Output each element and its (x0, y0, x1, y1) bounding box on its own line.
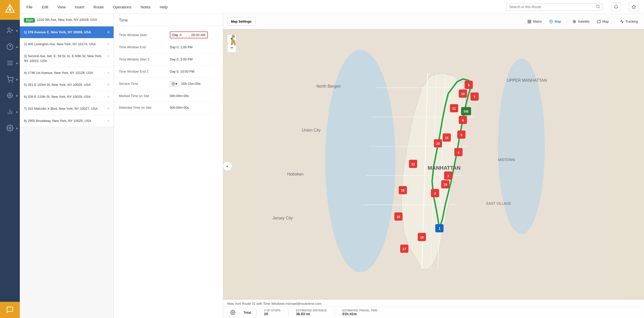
route-stop-3[interactable]: 3) Second Ave. bet. E. 59 St. to, E 60th… (20, 50, 114, 67)
chat-button[interactable] (0, 302, 20, 318)
map-person-icon (228, 34, 238, 49)
time-window-end-row: Time Window End Day 0, 1:00 PM (114, 41, 223, 53)
route-stop-4[interactable]: 4) 1746 1st Avenue, New York, NY 10128, … (20, 67, 114, 79)
map-info-bar: New York Route 01 with Time Windows mich… (223, 299, 644, 318)
matrix-view-button[interactable]: Matrix (525, 19, 544, 25)
menu-help[interactable]: Help (158, 4, 169, 10)
svg-text:UPPER MANHATTAN: UPPER MANHATTAN (507, 78, 547, 83)
sidebar-item-route[interactable]: ▶ (0, 55, 20, 71)
svg-point-20 (596, 5, 599, 8)
matrix-label: Matrix (533, 20, 542, 23)
svg-text:9: 9 (468, 84, 470, 87)
svg-text:MANHATTAN: MANHATTAN (428, 165, 461, 171)
main-area: File Edit View Insert Route Operations N… (20, 0, 644, 318)
svg-point-33 (325, 50, 396, 272)
time-panel-title: Time (119, 18, 128, 22)
svg-text:EAST VILLAGE: EAST VILLAGE (486, 201, 511, 205)
content-area: Start 1220 5th Ave, New York, NY 10029, … (20, 14, 644, 318)
map-label: Map (555, 20, 561, 23)
menu-insert[interactable]: Insert (73, 4, 86, 10)
map-area: « Map Settings Matrix (223, 14, 644, 318)
menu-edit[interactable]: Edit (40, 4, 50, 10)
svg-text:16: 16 (397, 215, 400, 219)
time-window-start-input[interactable]: Day , 08:00 AM (170, 31, 208, 38)
stop-remove-5[interactable]: × (107, 83, 110, 87)
stop-remove-6[interactable]: × (107, 94, 110, 99)
search-icon[interactable] (596, 5, 600, 9)
marked-time-row: Marked Time on Site 00h:00m:00s (114, 90, 223, 102)
svg-point-28 (550, 21, 551, 22)
chevron-right-icon-4: ▶ (16, 78, 18, 81)
service-time-gear[interactable]: ▾ (170, 81, 179, 87)
menu-file[interactable]: File (25, 4, 34, 10)
menu-view[interactable]: View (56, 4, 67, 10)
sidebar-item-tracking[interactable]: ▶ (0, 87, 20, 104)
time-panel: Time Time Window Start Day , 08:00 AM (114, 14, 223, 318)
map-stats-row: Total # of Stops 20 Estimated Distance 3… (227, 307, 640, 318)
day-input[interactable] (180, 33, 187, 37)
svg-point-3 (8, 28, 10, 30)
route-stop-5[interactable]: 5) 351 E 103rd St, New York, NY 10029, U… (20, 79, 114, 91)
map-stats-gear-button[interactable] (227, 307, 238, 318)
sidebar-item-help[interactable]: ▶ (0, 39, 20, 55)
route-stop-1[interactable]: 1) 276 Avenue C, New York, NY 10009, USA… (20, 26, 114, 38)
time-value: 08:00 AM (191, 33, 205, 37)
stop-address-2: 2) 405 Lexington Ave, New York, NY 10174… (24, 42, 105, 46)
stop-address-8: 8) 2955 Broadway, New York, NY 10025, US… (24, 119, 105, 123)
svg-point-1 (9, 8, 11, 11)
tracking-button[interactable]: Tracking (618, 19, 640, 25)
menu-route[interactable]: Route (92, 4, 105, 10)
map-lines-view-button[interactable]: Map (595, 19, 611, 25)
menu-operations[interactable]: Operations (111, 4, 133, 10)
travel-time-stat-group: Estimated Travel Time 01h:41m (335, 307, 385, 318)
stop-remove-4[interactable]: × (107, 71, 110, 75)
favorites-button[interactable] (629, 2, 639, 11)
menu-bar: File Edit View Insert Route Operations N… (20, 0, 644, 14)
detected-time-value: 00h:00m:00s (170, 106, 218, 109)
svg-text:MIDTOWN: MIDTOWN (498, 158, 515, 162)
sidebar-item-cart[interactable]: ▶ (0, 71, 20, 87)
view-separator-2: | (614, 20, 615, 23)
satellite-view-button[interactable]: Satellite (570, 19, 592, 25)
stop-address-3: 3) Second Ave. bet. E. 59 St. to, E 60th… (24, 54, 105, 63)
map-collapse-button[interactable]: « (223, 162, 232, 171)
time-window-end-label: Time Window End (119, 45, 170, 49)
time-window-start2-row: Time Window Start 2 Day 0, 3:00 PM (114, 53, 223, 66)
stop-remove-8[interactable]: × (107, 119, 110, 123)
route-stop-2[interactable]: 2) 405 Lexington Ave, New York, NY 10174… (20, 38, 114, 50)
time-window-start-label: Time Window Start (119, 33, 170, 37)
sidebar-item-analytics[interactable]: ▶ (0, 104, 20, 120)
marked-time-label: Marked Time on Site (119, 94, 170, 98)
service-time-controls: ▾ 00h:15m:00s (170, 81, 201, 87)
svg-point-34 (498, 58, 545, 234)
map-route-title: New York Route 01 with Time Windows mich… (227, 300, 640, 307)
service-time-row: Service Time ▾ 00h:15m:00s (114, 78, 223, 90)
svg-text:Union City: Union City (302, 128, 321, 132)
marked-time-value: 00h:00m:00s (170, 94, 218, 98)
stop-address-6: 6) 326 E 110th St, New York, NY 10029, U… (24, 94, 105, 99)
route-stop-6[interactable]: 6) 326 E 110th St, New York, NY 10029, U… (20, 91, 114, 103)
route-stop-8[interactable]: 8) 2955 Broadway, New York, NY 10025, US… (20, 115, 114, 127)
chevron-right-icon-7: ▶ (16, 127, 18, 130)
menu-notes[interactable]: Notes (139, 4, 152, 10)
stop-remove-2[interactable]: × (107, 42, 110, 46)
svg-text:Jersey City: Jersey City (272, 216, 293, 220)
svg-rect-26 (528, 22, 529, 23)
stop-address-1: 1) 276 Avenue C, New York, NY 10009, USA (24, 30, 105, 35)
logo-icon (5, 4, 15, 16)
route-stop-7[interactable]: 7) 310 Malcolm X Blvd, New York, NY 1002… (20, 103, 114, 115)
travel-time-stat-value: 01h:41m (342, 312, 377, 316)
svg-text:15: 15 (401, 189, 405, 192)
search-input[interactable] (509, 5, 594, 9)
sidebar-item-settings[interactable]: ▶ (0, 120, 20, 136)
stop-remove-7[interactable]: × (107, 106, 110, 111)
app-logo[interactable] (0, 0, 20, 20)
notifications-button[interactable] (611, 2, 621, 11)
svg-text:S/E: S/E (464, 110, 469, 113)
map-settings-button[interactable]: Map Settings (227, 17, 255, 26)
sidebar-item-add-user[interactable]: ▶ (0, 22, 20, 39)
stop-remove-1[interactable]: × (107, 30, 110, 35)
gear-dropdown-arrow: ▾ (176, 82, 177, 86)
map-view-button[interactable]: Map (547, 19, 563, 25)
stop-remove-3[interactable]: × (107, 54, 110, 58)
